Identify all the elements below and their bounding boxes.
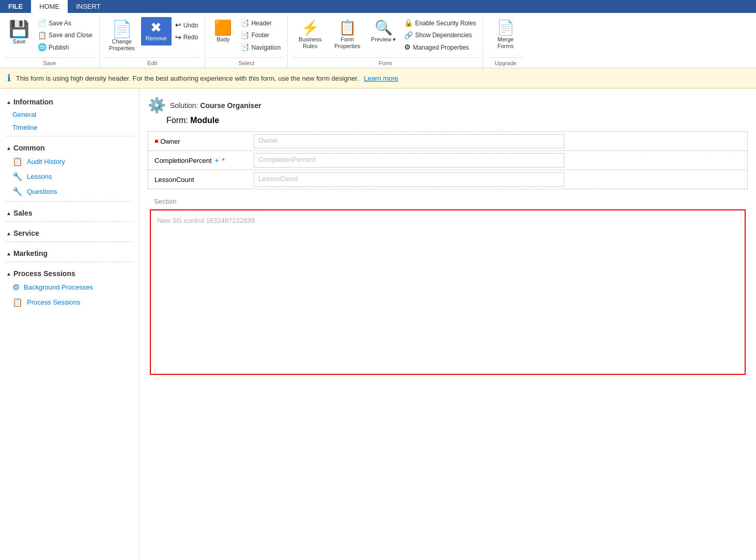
sidebar-section-marketing[interactable]: Marketing: [0, 244, 139, 260]
footer-icon: 📑: [240, 32, 249, 39]
sidebar-section-common[interactable]: Common: [0, 139, 139, 154]
enable-security-button[interactable]: 🔒 Enable Security Roles: [402, 17, 479, 28]
undo-label: Undo: [183, 22, 198, 29]
completion-percent-label: CompletionPercent + *: [148, 153, 252, 168]
completion-required-icon: *: [222, 157, 225, 164]
section-label: Section: [148, 193, 748, 207]
sidebar-section-service[interactable]: Service: [0, 224, 139, 239]
redo-icon: ↪: [175, 34, 181, 41]
sidebar-item-general[interactable]: General: [0, 108, 139, 121]
save-close-button[interactable]: 📋 Save and Close: [35, 29, 95, 40]
tab-file[interactable]: FILE: [0, 0, 31, 13]
header-button[interactable]: 📑 Header: [238, 17, 283, 28]
save-group-label: Save: [4, 57, 95, 68]
business-rules-button[interactable]: ⚡ Business Rules: [292, 17, 328, 53]
merge-forms-button[interactable]: 📄 Merge Forms: [487, 17, 523, 53]
undo-button[interactable]: ↩ Undo: [173, 19, 201, 31]
sidebar-item-bg-processes[interactable]: ⚙ Background Processes: [0, 280, 139, 295]
remove-button[interactable]: ✖ Remove: [141, 17, 172, 46]
owner-label: ■ Owner: [148, 134, 252, 148]
content-area: ⚙️ Solution: Course Organiser Form: Modu…: [140, 88, 756, 560]
sidebar-section-process-sessions[interactable]: Process Sessions: [0, 264, 139, 280]
process-sessions-label: Process Sessions: [27, 298, 80, 306]
divider-3: [6, 221, 133, 222]
main-layout: Information General Timeline Common 📋 Au…: [0, 88, 756, 560]
managed-props-button[interactable]: ⚙ Managed Properties: [402, 41, 479, 53]
lessons-label: Lessons: [27, 173, 52, 180]
change-properties-button[interactable]: 📄 Change Properties: [104, 17, 140, 55]
body-button[interactable]: 🟧 Body: [209, 17, 237, 47]
tab-home[interactable]: HOME: [31, 0, 68, 13]
show-deps-label: Show Dependencies: [415, 32, 472, 39]
body-icon: 🟧: [214, 21, 232, 35]
sidebar-section-information[interactable]: Information: [0, 93, 139, 108]
sidebar-item-audit-history[interactable]: 📋 Audit History: [0, 154, 139, 169]
remove-label: Remove: [146, 35, 167, 42]
form-props-icon: 📋: [338, 21, 357, 35]
lesson-count-input[interactable]: LessonCount: [254, 172, 564, 187]
tab-insert[interactable]: INSERT: [68, 0, 109, 13]
ribbon-tab-bar: FILE HOME INSERT: [0, 0, 756, 13]
edit-group-label: Edit: [104, 57, 201, 68]
completion-plus-icon: +: [215, 156, 219, 164]
table-row: CompletionPercent + * CompletionPercent: [148, 151, 747, 170]
undo-redo-col: ↩ Undo ↪ Redo: [173, 17, 201, 43]
navigation-label: Navigation: [251, 44, 281, 51]
form-solution: ⚙️ Solution: Course Organiser: [148, 97, 748, 114]
remove-icon: ✖: [150, 21, 162, 34]
publish-label: Publish: [49, 44, 69, 51]
lessons-icon: 🔧: [12, 172, 23, 181]
learn-more-link[interactable]: Learn more: [364, 74, 398, 82]
sg-control-box[interactable]: New SG control 1632487232839: [150, 209, 746, 375]
ribbon-group-select: 🟧 Body 📑 Header 📑 Footer 📑 Navigation: [205, 15, 288, 68]
owner-required-icon: ■: [155, 138, 158, 145]
divider-2: [6, 201, 133, 202]
save-button[interactable]: 💾 Save: [4, 17, 34, 49]
sidebar-item-timeline[interactable]: Timeline: [0, 121, 139, 134]
form-properties-button[interactable]: 📋 Form Properties: [329, 17, 365, 53]
ribbon: FILE HOME INSERT 💾 Save 📄 Save As 📋 S: [0, 0, 756, 68]
change-props-label: Change Properties: [109, 38, 135, 52]
audit-history-label: Audit History: [27, 158, 65, 165]
show-deps-icon: 🔗: [404, 32, 413, 39]
sidebar: Information General Timeline Common 📋 Au…: [0, 88, 140, 560]
save-as-button[interactable]: 📄 Save As: [35, 17, 95, 28]
navigation-button[interactable]: 📑 Navigation: [238, 41, 283, 53]
publish-button[interactable]: 🌐 Publish: [35, 41, 95, 53]
form-props-label: Form Properties: [334, 36, 361, 50]
sg-control-text: New SG control 1632487232839: [157, 217, 255, 224]
lesson-count-label: LessonCount: [148, 173, 252, 187]
form-name: Form: Module: [166, 116, 748, 125]
completion-percent-input[interactable]: CompletionPercent: [254, 153, 564, 168]
managed-props-icon: ⚙: [404, 43, 411, 51]
edit-right-col: ✖ Remove: [141, 17, 172, 46]
general-label: General: [12, 111, 36, 118]
select-col: 📑 Header 📑 Footer 📑 Navigation: [238, 17, 283, 53]
form-header: ⚙️ Solution: Course Organiser Form: Modu…: [148, 97, 748, 125]
footer-button[interactable]: 📑 Footer: [238, 29, 283, 40]
save-close-icon: 📋: [38, 32, 47, 39]
show-deps-button[interactable]: 🔗 Show Dependencies: [402, 29, 479, 40]
sidebar-item-process-sessions[interactable]: 📋 Process Sessions: [0, 295, 139, 310]
info-icon: ℹ: [7, 72, 11, 84]
preview-button[interactable]: 🔍 Preview ▾: [366, 17, 400, 47]
merge-forms-icon: 📄: [497, 21, 515, 35]
form-label-text: Form: Module: [166, 116, 219, 125]
sidebar-item-questions[interactable]: 🔧 Questions: [0, 184, 139, 199]
managed-props-label: Managed Properties: [413, 44, 469, 51]
form-name-value: Module: [190, 116, 219, 125]
divider-5: [6, 262, 133, 262]
enable-security-icon: 🔒: [404, 19, 413, 26]
save-as-label: Save As: [49, 20, 71, 27]
business-rules-icon: ⚡: [301, 21, 319, 35]
divider-4: [6, 241, 133, 242]
owner-input[interactable]: Owner: [254, 134, 564, 148]
upgrade-group-content: 📄 Merge Forms: [487, 17, 523, 55]
sidebar-section-sales[interactable]: Sales: [0, 204, 139, 219]
footer-label: Footer: [251, 32, 269, 39]
header-label: Header: [251, 20, 271, 27]
redo-button[interactable]: ↪ Redo: [173, 31, 201, 42]
change-props-icon: 📄: [112, 21, 132, 37]
business-rules-label: Business Rules: [297, 36, 323, 50]
sidebar-item-lessons[interactable]: 🔧 Lessons: [0, 169, 139, 184]
